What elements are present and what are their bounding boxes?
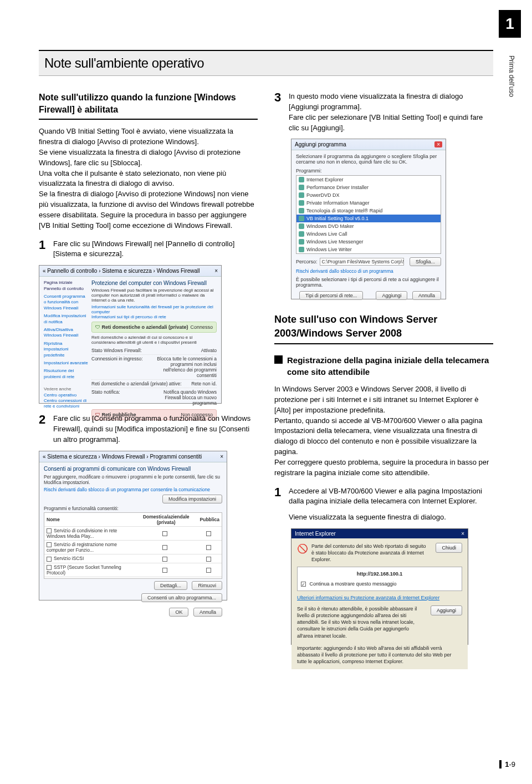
sidebar-link[interactable]: Ripristina impostazioni predefinite (44, 341, 88, 358)
network-types-button[interactable]: Tipi di percorsi di rete... (299, 291, 363, 300)
section2-heading: Note sull'uso con Windows Server 2003/Wi… (274, 313, 493, 344)
close-icon[interactable]: × (461, 531, 464, 537)
shield-icon: 🛡 (95, 324, 102, 330)
sidebar-link[interactable]: Attiva/Disattiva Windows Firewall (44, 327, 88, 339)
continue-checkbox[interactable] (301, 582, 306, 587)
important-msg: Importante: aggiungendo il sito Web all'… (297, 645, 462, 665)
details-button[interactable]: Dettagli... (154, 581, 187, 590)
program-icon (299, 185, 304, 190)
screenshot-ie-dialog: Internet Explorer × 🚫 Parte del contenut… (291, 528, 468, 645)
row-value: Notifica quando Windows Firewall blocca … (150, 389, 217, 406)
row-label: Connessioni in ingresso: (91, 356, 143, 378)
add-site-button[interactable]: Aggiungi (431, 605, 462, 615)
path-field[interactable]: C:\Program Files\Wave Systems Corp\Secur… (320, 258, 404, 266)
close-icon[interactable]: × (434, 141, 442, 147)
sidebar-link[interactable]: Risoluzione dei problemi di rete (44, 368, 88, 380)
step-2-text: Fare clic su [Consenti programma o funzi… (53, 414, 258, 445)
step-1b: 1 Accedere al VB-M700/600 Viewer e alla … (274, 486, 493, 523)
panel-desc: Per aggiungere, modificare o rimuovere i… (44, 474, 222, 485)
footer-chapter: 1 (499, 760, 509, 768)
footer-page: -9 (509, 760, 515, 768)
page-title: Note sull'ambiente operativo (39, 50, 493, 76)
program-list-item[interactable]: Windows Live Messenger (296, 238, 441, 246)
chapter-tab: 1 (499, 10, 521, 38)
subsection-firewall-heading: Note sull'utilizzo quando la funzione [W… (39, 91, 258, 120)
row-value: Rete non id. (191, 381, 217, 386)
modify-settings-button[interactable]: Modifica impostazioni (162, 495, 222, 503)
panel-link[interactable]: Informazioni sui tipi di percorso di ret… (91, 314, 217, 319)
network-private-label: Reti domestiche o aziendali (private) (102, 324, 188, 330)
close-icon[interactable]: × (214, 268, 218, 274)
panel-link[interactable]: Informazioni sulle funzionalità del fire… (91, 304, 217, 314)
row-value: Attivato (201, 348, 217, 353)
row-label: Reti domestiche o aziendali (private) at… (91, 381, 182, 386)
path-label: Percorso: (296, 259, 318, 264)
program-icon (299, 223, 304, 229)
program-list-item[interactable]: Performance Driver Installer (296, 184, 441, 191)
program-icon (299, 231, 304, 237)
sidebar-heading: Vedere anche (44, 386, 88, 392)
step-number: 3 (274, 91, 284, 133)
program-list-item[interactable]: PowerDVD DX (296, 191, 441, 199)
cancel-button[interactable]: Annulla (412, 291, 441, 300)
blocked-msg: Parte del contenuto del sito Web riporta… (311, 543, 429, 563)
sidebar-link[interactable]: Impostazioni avanzate (44, 360, 88, 366)
program-list-item[interactable]: VB Initial Setting Tool v5.0.1 (296, 215, 441, 222)
sidebar-link[interactable]: Centro operativo (44, 393, 88, 398)
programs-label: Programmi: (296, 168, 441, 174)
panel-link[interactable]: Rischi derivanti dallo sblocco di un pro… (44, 487, 222, 492)
sidebar-link[interactable]: Pagina iniziale Pannello di controllo (44, 280, 88, 292)
program-list-item[interactable]: Windows Live Writer (296, 246, 441, 253)
step-3-text: In questo modo viene visualizzata la fin… (289, 91, 493, 133)
step-number: 1 (274, 486, 284, 523)
breadcrumb: « Pannello di controllo › Sistema e sicu… (43, 268, 200, 274)
risk-link[interactable]: Rischi derivanti dallo sblocco di un pro… (296, 268, 441, 274)
program-list-item[interactable]: Windows DVD Maker (296, 222, 441, 230)
browse-button[interactable]: Sfoglia... (410, 257, 441, 266)
program-icon (299, 247, 304, 252)
firewall-intro-text: Quando VB Initial Setting Tool è avviato… (39, 126, 258, 231)
dialog-desc: Selezionare il programma da aggiungere o… (296, 154, 441, 165)
screenshot-allowed-programs: « Sistema e sicurezza › Windows Firewall… (39, 451, 227, 600)
blocked-icon: 🚫 (297, 543, 308, 555)
ok-button[interactable]: OK (169, 608, 188, 617)
program-list-item[interactable]: Internet Explorer (296, 176, 441, 184)
add-button[interactable]: Aggiungi (376, 291, 407, 300)
program-list-item[interactable]: Windows Live Call (296, 230, 441, 238)
row-label: Stato notifica: (91, 389, 120, 406)
dialog-title: Internet Explorer (295, 531, 336, 537)
program-icon (299, 208, 304, 213)
trust-msg: Se il sito è ritenuto attendibile, è pos… (297, 605, 423, 639)
program-list-item[interactable]: Tecnologia di storage Intel® Rapid (296, 207, 441, 215)
right-column: 3 In questo modo viene visualizzata la f… (274, 91, 493, 655)
allow-another-button[interactable]: Consenti un altro programma... (141, 593, 222, 602)
square-subheading: Registrazione della pagina iniziale dell… (274, 354, 493, 378)
sidebar-link[interactable]: Modifica impostazioni di notifica (44, 313, 88, 325)
panel-title: Protezione del computer con Windows Fire… (91, 280, 217, 286)
note-text: È possibile selezionare i tipi di percor… (296, 277, 441, 288)
section-vertical-label: Prima dell'uso (508, 55, 515, 97)
remove-button[interactable]: Rimuovi (192, 581, 222, 590)
program-icon (299, 216, 304, 221)
left-column: Note sull'utilizzo quando la funzione [W… (39, 91, 258, 655)
sidebar-link[interactable]: Centro connessioni di rete e condivision… (44, 398, 88, 410)
step-1b-text: Accedere al VB-M700/600 Viewer e alla pa… (289, 486, 493, 523)
page-footer: 1-9 (499, 760, 515, 768)
sidebar-link[interactable]: Consenti programma o funzionalità con Wi… (44, 294, 88, 311)
dialog-title: Aggiungi programma (295, 141, 346, 147)
continue-label: Continua a mostrare questo messaggio (310, 581, 397, 587)
close-button[interactable]: Chiudi (436, 543, 462, 553)
network-desc: Reti domestiche o aziendali di cui si co… (91, 335, 217, 345)
row-value: Blocca tutte le connessioni a programmi … (150, 356, 217, 378)
program-list-item[interactable]: Private Information Manager (296, 199, 441, 207)
more-info-link[interactable]: Ulteriori informazioni su Protezione ava… (297, 594, 462, 601)
close-icon[interactable]: × (220, 454, 223, 460)
screenshot-add-program: Aggiungi programma × Selezionare il prog… (291, 139, 446, 299)
screenshot-firewall-panel: « Pannello di controllo › Sistema e sicu… (39, 265, 222, 404)
cancel-button[interactable]: Annulla (193, 608, 222, 617)
program-icon (299, 200, 304, 206)
step-number: 1 (39, 239, 49, 260)
network-status: Connesso (190, 324, 213, 330)
program-icon (299, 177, 304, 182)
step-1-text: Fare clic su [Windows Firewall] nel [Pan… (53, 239, 258, 260)
